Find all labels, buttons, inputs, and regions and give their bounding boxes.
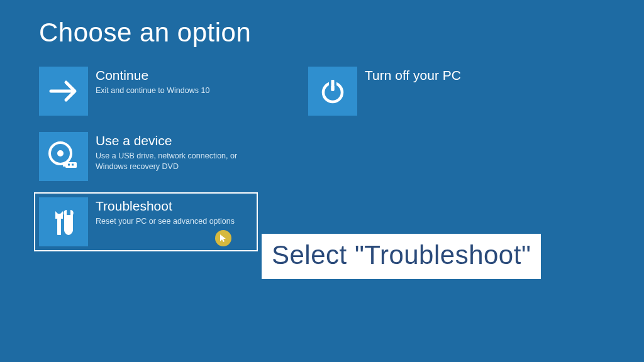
continue-title: Continue: [96, 68, 209, 83]
options-row-2: Use a device Use a USB drive, network co…: [39, 132, 644, 181]
options-container: Continue Exit and continue to Windows 10…: [0, 48, 644, 251]
continue-text: Continue Exit and continue to Windows 10: [96, 67, 209, 96]
troubleshoot-text: Troubleshoot Reset your PC or see advanc…: [96, 197, 235, 227]
usedevice-tile[interactable]: Use a device Use a USB drive, network co…: [39, 132, 253, 181]
usedevice-desc: Use a USB drive, network connection, or …: [96, 151, 247, 172]
disc-usb-icon: [39, 132, 88, 181]
tools-icon: [39, 197, 88, 246]
svg-rect-3: [331, 80, 335, 91]
usedevice-text: Use a device Use a USB drive, network co…: [96, 132, 247, 172]
poweroff-title: Turn off your PC: [365, 68, 461, 83]
page-title: Choose an option: [0, 0, 644, 48]
svg-rect-6: [65, 162, 77, 168]
usedevice-title: Use a device: [96, 133, 247, 148]
poweroff-text: Turn off your PC: [365, 67, 461, 85]
svg-point-5: [57, 150, 64, 156]
options-row-1: Continue Exit and continue to Windows 10…: [39, 67, 644, 116]
continue-tile[interactable]: Continue Exit and continue to Windows 10: [39, 67, 253, 116]
troubleshoot-desc: Reset your PC or see advanced options: [96, 216, 235, 227]
svg-rect-7: [63, 163, 66, 167]
svg-rect-8: [68, 164, 70, 166]
svg-rect-9: [72, 164, 74, 166]
continue-desc: Exit and continue to Windows 10: [96, 85, 209, 96]
instruction-annotation: Select "Troubleshoot": [262, 234, 541, 279]
arrow-right-icon: [39, 67, 88, 116]
troubleshoot-title: Troubleshoot: [96, 199, 235, 214]
poweroff-tile[interactable]: Turn off your PC: [308, 67, 522, 116]
svg-rect-10: [57, 219, 61, 235]
troubleshoot-tile[interactable]: Troubleshoot Reset your PC or see advanc…: [34, 192, 258, 251]
power-icon: [308, 67, 357, 116]
cursor-icon: [215, 230, 231, 246]
